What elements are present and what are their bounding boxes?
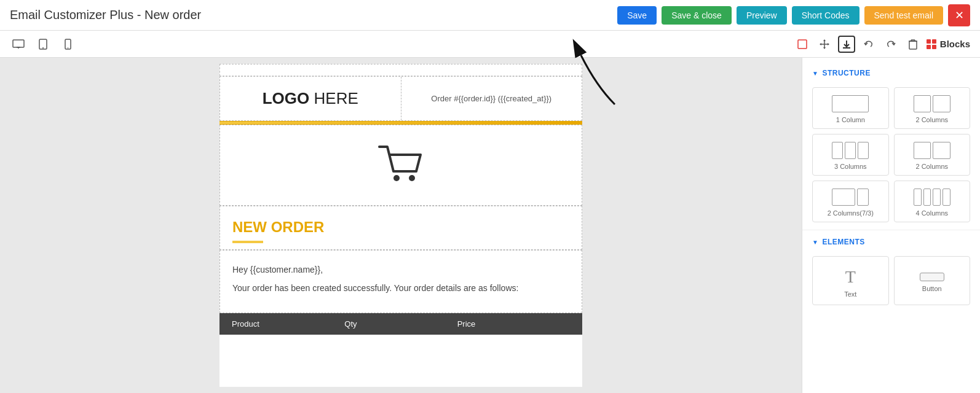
col-product: Product [232, 319, 344, 329]
structure-header[interactable]: ▼ STRUCTURE [802, 64, 980, 82]
new-order-underline [232, 241, 263, 243]
svg-marker-11 [823, 47, 826, 49]
svg-marker-10 [823, 39, 826, 41]
preview-button[interactable]: Preview [737, 6, 787, 25]
svg-point-6 [67, 47, 68, 49]
download-icon[interactable] [838, 36, 855, 53]
blocks-grid-icon [927, 39, 936, 49]
send-test-button[interactable]: Send test email [864, 6, 944, 25]
short-codes-button[interactable]: Short Codes [792, 6, 859, 25]
cart-icon [376, 144, 425, 187]
top-spacer [219, 64, 582, 76]
close-button[interactable]: ✕ [948, 4, 970, 26]
3col-preview [832, 142, 869, 159]
table-header-row: Product Qty Price [219, 313, 582, 335]
structure-chevron-icon: ▼ [812, 70, 818, 77]
body-text: Your order has been created successfully… [232, 281, 569, 295]
desktop-icon[interactable] [10, 36, 27, 53]
1col-preview [832, 95, 869, 112]
2col-b-label: 2 Columns [915, 163, 948, 170]
elements-label: ELEMENTS [822, 238, 864, 246]
structure-2col-b[interactable]: 2 Columns [894, 134, 971, 176]
svg-point-21 [393, 175, 400, 181]
canvas-area: LOGO HERE Order #{{order.id}} ({{created… [0, 58, 802, 393]
text-element-icon: T [845, 267, 856, 287]
logo-cell: LOGO HERE [220, 77, 401, 120]
square-select-icon[interactable] [794, 36, 811, 53]
structure-4col[interactable]: 4 Columns [894, 181, 971, 222]
button-element-label: Button [922, 285, 942, 292]
text-section[interactable]: Hey {{customer.name}}, Your order has be… [219, 250, 582, 313]
elements-header[interactable]: ▼ ELEMENTS [802, 233, 980, 251]
blocks-section-label: Blocks [927, 39, 970, 49]
svg-marker-13 [828, 43, 829, 45]
button-element-icon [920, 273, 944, 281]
panel-divider [802, 230, 980, 230]
elements-chevron-icon: ▼ [812, 239, 818, 246]
structure-1col[interactable]: 1 Column [812, 87, 889, 129]
toolbar-left [10, 36, 76, 53]
undo-icon[interactable] [860, 36, 877, 53]
structure-2col[interactable]: 2 Columns [894, 87, 971, 129]
svg-point-4 [42, 47, 44, 49]
svg-point-22 [409, 175, 415, 181]
main-layout: LOGO HERE Order #{{order.id}} ({{created… [0, 58, 980, 393]
elements-grid: T Text Button [802, 251, 980, 310]
cart-section[interactable] [219, 125, 582, 206]
mobile-icon[interactable] [59, 36, 76, 53]
save-button[interactable]: Save [617, 6, 657, 25]
save-close-button[interactable]: Save & close [662, 6, 732, 25]
header: Email Customizer Plus - New order Save S… [0, 0, 980, 31]
tablet-icon[interactable] [34, 36, 52, 53]
svg-marker-12 [820, 43, 821, 45]
new-order-section[interactable]: NEW ORDER [219, 206, 582, 250]
4col-preview [914, 189, 950, 206]
structure-2col-73[interactable]: 2 Columns(7/3) [812, 181, 889, 222]
redo-icon[interactable] [882, 36, 899, 53]
structure-label: STRUCTURE [822, 69, 871, 77]
svg-rect-16 [909, 41, 917, 49]
logo-text: LOGO HERE [263, 89, 358, 108]
1col-label: 1 Column [836, 116, 865, 123]
2col-b-preview [914, 142, 950, 159]
svg-rect-7 [798, 40, 807, 49]
4col-label: 4 Columns [915, 209, 948, 217]
greeting-text: Hey {{customer.name}}, [232, 263, 569, 276]
header-buttons: Save Save & close Preview Short Codes Se… [617, 4, 970, 26]
toolbar-right: Blocks [794, 36, 970, 53]
right-panel: ▼ STRUCTURE 1 Column 2 Columns [802, 58, 980, 393]
text-element-label: Text [844, 290, 856, 298]
svg-rect-0 [13, 40, 24, 47]
col-qty: Qty [344, 319, 457, 329]
page-title: Email Customizer Plus - New order [10, 8, 201, 22]
2col-preview [914, 95, 950, 112]
structure-grid: 1 Column 2 Columns 3 Columns [802, 82, 980, 227]
3col-label: 3 Columns [834, 163, 867, 170]
order-cell: Order #{{order.id}} ({{created_at}}) [401, 77, 582, 120]
col-price: Price [457, 319, 570, 329]
2col-label: 2 Columns [915, 116, 948, 123]
element-button[interactable]: Button [894, 256, 971, 305]
structure-3col[interactable]: 3 Columns [812, 134, 889, 176]
toolbar: Blocks [0, 31, 980, 58]
element-text[interactable]: T Text [812, 256, 889, 305]
logo-row[interactable]: LOGO HERE Order #{{order.id}} ({{created… [219, 76, 582, 121]
trash-icon[interactable] [904, 36, 922, 53]
new-order-title: NEW ORDER [232, 219, 569, 236]
move-icon[interactable] [816, 36, 833, 53]
2col-73-label: 2 Columns(7/3) [828, 209, 874, 217]
email-canvas: LOGO HERE Order #{{order.id}} ({{created… [219, 64, 582, 387]
2col-73-preview [832, 189, 869, 206]
